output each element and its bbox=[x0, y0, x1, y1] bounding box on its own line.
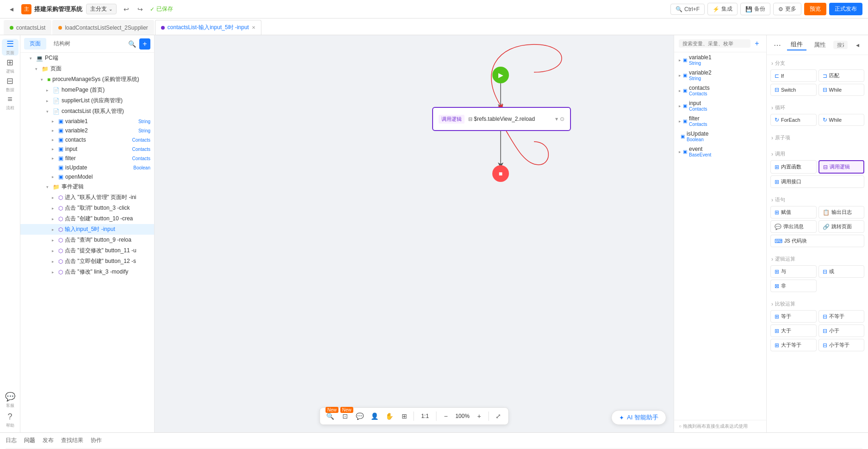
logic-item-match[interactable]: ⊐ 匹配 bbox=[818, 69, 865, 82]
tree-tab-structure[interactable]: 结构树 bbox=[48, 38, 76, 50]
tree-event5[interactable]: ▸ ⬡ 点击 "查询" button_9 -reloa bbox=[20, 235, 154, 245]
right-tab-properties[interactable]: 属性 bbox=[810, 40, 830, 50]
tree-item-filter[interactable]: ▸ ▣ filter Contacts bbox=[20, 154, 154, 163]
variables-search-input[interactable] bbox=[679, 39, 750, 48]
var-item-event[interactable]: ▸ ▣ event BaseEvent bbox=[674, 144, 766, 159]
tree-item-pages[interactable]: ▾ 📁 页面 bbox=[20, 63, 154, 74]
tree-add-button[interactable]: + bbox=[139, 38, 150, 50]
tree-item-events[interactable]: ▾ 📁 事件逻辑 bbox=[20, 181, 154, 192]
tree-event1[interactable]: ▸ ⬡ 进入 "联系人管理" 页面时 -ini bbox=[20, 192, 154, 203]
tree-item-input[interactable]: ▸ ▣ input Contacts bbox=[20, 144, 154, 154]
tab-close-button[interactable]: ✕ bbox=[252, 25, 255, 30]
tree-item-contacts[interactable]: ▸ ▣ contacts Contacts bbox=[20, 135, 154, 144]
publish-button[interactable]: 正式发布 bbox=[829, 3, 862, 15]
sidebar-page-icon[interactable]: ☰ 页面 bbox=[2, 39, 19, 56]
sidebar-data-icon[interactable]: ⊟ 数据 bbox=[2, 76, 19, 93]
logic-item-call-logic[interactable]: ⊟ 调用逻辑 bbox=[818, 160, 865, 174]
tree-tab-pages[interactable]: 页面 bbox=[24, 38, 46, 50]
canvas-layout-button[interactable]: ⊞ bbox=[398, 410, 411, 423]
tree-item-contactslist[interactable]: ▾ 📄 contactsList (联系人管理) bbox=[20, 106, 154, 117]
var-item-contacts[interactable]: ▸ ▣ contacts Contacts bbox=[674, 83, 766, 98]
sidebar-help-icon[interactable]: ? 帮助 bbox=[2, 412, 19, 429]
var-item-input[interactable]: ▸ ▣ input Contacts bbox=[674, 98, 766, 113]
flow-node-delete-icon[interactable]: ⊙ bbox=[560, 116, 564, 122]
logic-item-if[interactable]: ⊏ If bbox=[770, 69, 817, 82]
tree-item-isupdate[interactable]: ▣ isUpdate Boolean bbox=[20, 163, 154, 172]
search-button[interactable]: 🔍 Ctrl+F bbox=[670, 4, 705, 15]
logic-item-not[interactable]: ⊠ 非 bbox=[770, 280, 817, 292]
bottom-tab-publish[interactable]: 发布 bbox=[43, 436, 54, 445]
var-item-1[interactable]: ▸ ▣ variable1 String bbox=[674, 52, 766, 68]
variables-add-button[interactable]: + bbox=[752, 39, 762, 48]
integrate-button[interactable]: ⚡ 集成 bbox=[707, 3, 738, 15]
tree-event4[interactable]: ▸ ⬡ 输入input_5时 -input bbox=[20, 224, 154, 235]
logic-item-js[interactable]: ⌨ JS 代码块 bbox=[770, 235, 864, 247]
back-button[interactable]: ◂ bbox=[6, 3, 18, 15]
logic-item-eq[interactable]: ⊞ 等于 bbox=[770, 310, 817, 323]
canvas-area[interactable]: ▶ 调用逻辑 ⊟ $refs.tableView_2.reload ▾ ⊙ ■ … bbox=[155, 35, 674, 432]
logic-item-lt[interactable]: ⊟ 小于 bbox=[818, 324, 865, 337]
tab-input[interactable]: contactsList-输入input_5时 -input ✕ bbox=[155, 20, 261, 35]
right-tab-components[interactable]: 组件 bbox=[787, 39, 806, 50]
branch-selector[interactable]: 主分支 ⌄ bbox=[86, 4, 117, 14]
tree-item-pc[interactable]: ▾ 💻 PC端 bbox=[20, 53, 154, 63]
tab-contactsList[interactable]: contactsList bbox=[4, 20, 51, 35]
sidebar-process-icon[interactable]: ≡ 流程 bbox=[2, 94, 19, 111]
canvas-fit-button[interactable]: ⤢ bbox=[492, 410, 505, 423]
logic-item-while[interactable]: ⊟ While bbox=[818, 84, 865, 96]
sidebar-service-icon[interactable]: 💬 客服 bbox=[2, 392, 19, 408]
flow-start-node[interactable]: ▶ bbox=[492, 67, 509, 83]
bottom-tab-issues[interactable]: 问题 bbox=[24, 436, 35, 445]
tree-item-app[interactable]: ▾ ■ procureManageSys (采购管理系统) bbox=[20, 74, 154, 85]
backup-button[interactable]: 💾 备份 bbox=[740, 3, 770, 15]
sidebar-logic-icon[interactable]: ⊞ 逻辑 bbox=[2, 57, 19, 74]
logic-item-builtin[interactable]: ⊞ 内置函数 bbox=[770, 160, 817, 174]
tree-item-var1[interactable]: ▸ ▣ variable1 String bbox=[20, 117, 154, 126]
logic-item-or[interactable]: ⊟ 或 bbox=[818, 265, 865, 278]
canvas-user-button[interactable]: 👤 bbox=[368, 410, 381, 423]
canvas-zoom-out-button[interactable]: − bbox=[440, 410, 453, 423]
tree-item-openmodel[interactable]: ▸ ▣ openModel bbox=[20, 172, 154, 181]
var-item-filter[interactable]: ▸ ▣ filter Contacts bbox=[674, 113, 766, 129]
logic-item-and[interactable]: ⊞ 与 bbox=[770, 265, 817, 278]
logic-item-call-api[interactable]: ⊞ 调用接口 bbox=[770, 175, 864, 188]
logic-item-gt[interactable]: ⊞ 大于 bbox=[770, 324, 817, 337]
logic-item-switch[interactable]: ⊟ Switch bbox=[770, 84, 817, 96]
tree-event3[interactable]: ▸ ⬡ 点击 "创建" button_10 -crea bbox=[20, 213, 154, 224]
right-panel-menu-icon[interactable]: ⋯ bbox=[771, 39, 783, 51]
logic-item-lte[interactable]: ⊟ 小于等于 bbox=[818, 339, 865, 351]
preview-button[interactable]: 预览 bbox=[804, 3, 826, 15]
bottom-tab-log[interactable]: 日志 bbox=[6, 436, 17, 445]
undo-button[interactable]: ↩ bbox=[120, 3, 132, 15]
flow-node-settings-icon[interactable]: ▾ bbox=[555, 116, 558, 122]
logic-item-neq[interactable]: ⊟ 不等于 bbox=[818, 310, 865, 323]
tree-item-supplierlist[interactable]: ▸ 📄 supplierList (供应商管理) bbox=[20, 95, 154, 106]
canvas-drag-button[interactable]: ✋ bbox=[383, 410, 396, 423]
redo-button[interactable]: ↪ bbox=[134, 3, 146, 15]
canvas-zoom-in-button[interactable]: + bbox=[473, 410, 486, 423]
tree-event8[interactable]: ▸ ⬡ 点击 "修改" link_3 -modify bbox=[20, 267, 154, 277]
tree-event2[interactable]: ▸ ⬡ 点击 "取消" button_3 -click bbox=[20, 203, 154, 213]
more-button[interactable]: ⚙ 更多 bbox=[773, 3, 801, 15]
var-item-2[interactable]: ▸ ▣ variable2 String bbox=[674, 68, 766, 83]
logic-item-assign[interactable]: ⊞ 赋值 bbox=[770, 206, 817, 218]
bottom-tab-collab[interactable]: 协作 bbox=[91, 436, 102, 445]
right-panel-collapse-icon[interactable]: ◂ bbox=[851, 39, 863, 51]
bottom-tab-search[interactable]: 查找结果 bbox=[61, 436, 83, 445]
canvas-comment-button[interactable]: 💬 bbox=[353, 410, 366, 423]
tree-event7[interactable]: ▸ ⬡ 点击 "立即创建" button_12 -s bbox=[20, 256, 154, 267]
logic-item-while2[interactable]: ↻ While bbox=[818, 114, 865, 126]
logic-item-foreach[interactable]: ↻ ForEach bbox=[770, 114, 817, 126]
tree-search-button[interactable]: 🔍 bbox=[126, 38, 137, 50]
flow-action-node[interactable]: 调用逻辑 ⊟ $refs.tableView_2.reload ▾ ⊙ bbox=[432, 107, 571, 131]
tree-item-var2[interactable]: ▸ ▣ variable2 String bbox=[20, 126, 154, 135]
tab-loadContacts[interactable]: loadContactsListSelect_2Supplier bbox=[52, 20, 154, 35]
var-item-isupdate[interactable]: ▣ isUpdate Boolean bbox=[674, 129, 766, 144]
right-panel-search-input[interactable] bbox=[833, 41, 848, 49]
tree-item-homepage[interactable]: ▸ 📄 homePage (首页) bbox=[20, 85, 154, 95]
flow-end-node[interactable]: ■ bbox=[492, 165, 509, 182]
logic-item-gte[interactable]: ⊞ 大于等于 bbox=[770, 339, 817, 351]
tree-event6[interactable]: ▸ ⬡ 点击 "提交修改" button_11 -u bbox=[20, 245, 154, 256]
ai-assistant-button[interactable]: ✦ AI 智能助手 bbox=[611, 410, 666, 425]
logic-item-log[interactable]: 📋 输出日志 bbox=[818, 206, 865, 218]
